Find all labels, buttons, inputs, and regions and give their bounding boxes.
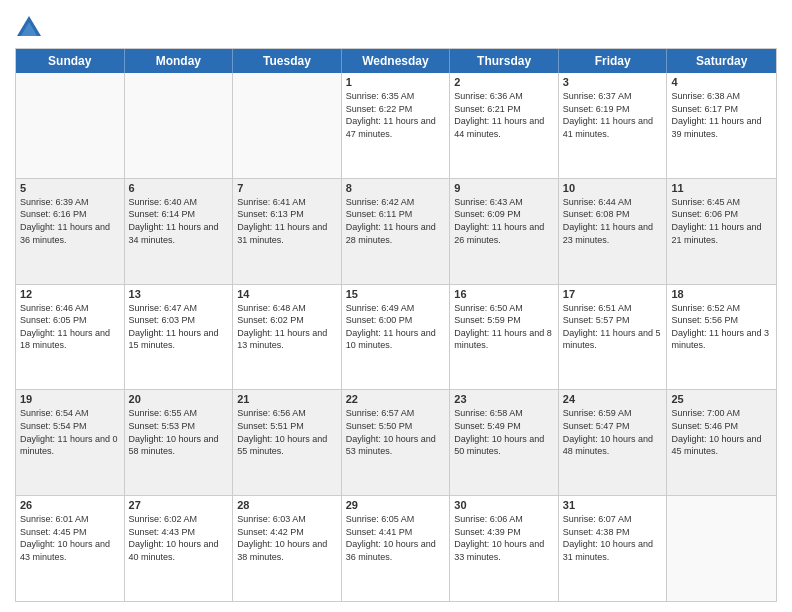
cell-info: Sunrise: 6:45 AM Sunset: 6:06 PM Dayligh… bbox=[671, 196, 772, 246]
cell-info: Sunrise: 6:59 AM Sunset: 5:47 PM Dayligh… bbox=[563, 407, 663, 457]
calendar-body: 1Sunrise: 6:35 AM Sunset: 6:22 PM Daylig… bbox=[16, 73, 776, 601]
cell-info: Sunrise: 6:52 AM Sunset: 5:56 PM Dayligh… bbox=[671, 302, 772, 352]
calendar-cell: 19Sunrise: 6:54 AM Sunset: 5:54 PM Dayli… bbox=[16, 390, 125, 495]
cell-info: Sunrise: 6:38 AM Sunset: 6:17 PM Dayligh… bbox=[671, 90, 772, 140]
calendar-cell: 2Sunrise: 6:36 AM Sunset: 6:21 PM Daylig… bbox=[450, 73, 559, 178]
calendar-cell: 31Sunrise: 6:07 AM Sunset: 4:38 PM Dayli… bbox=[559, 496, 668, 601]
calendar-cell: 8Sunrise: 6:42 AM Sunset: 6:11 PM Daylig… bbox=[342, 179, 451, 284]
day-number: 19 bbox=[20, 393, 120, 405]
cell-info: Sunrise: 6:55 AM Sunset: 5:53 PM Dayligh… bbox=[129, 407, 229, 457]
cell-info: Sunrise: 6:47 AM Sunset: 6:03 PM Dayligh… bbox=[129, 302, 229, 352]
day-number: 31 bbox=[563, 499, 663, 511]
calendar-cell: 29Sunrise: 6:05 AM Sunset: 4:41 PM Dayli… bbox=[342, 496, 451, 601]
cell-info: Sunrise: 6:07 AM Sunset: 4:38 PM Dayligh… bbox=[563, 513, 663, 563]
cell-info: Sunrise: 6:37 AM Sunset: 6:19 PM Dayligh… bbox=[563, 90, 663, 140]
calendar-cell bbox=[233, 73, 342, 178]
cell-info: Sunrise: 6:57 AM Sunset: 5:50 PM Dayligh… bbox=[346, 407, 446, 457]
calendar-cell: 30Sunrise: 6:06 AM Sunset: 4:39 PM Dayli… bbox=[450, 496, 559, 601]
cell-info: Sunrise: 6:54 AM Sunset: 5:54 PM Dayligh… bbox=[20, 407, 120, 457]
calendar-row-2: 12Sunrise: 6:46 AM Sunset: 6:05 PM Dayli… bbox=[16, 284, 776, 390]
cell-info: Sunrise: 6:50 AM Sunset: 5:59 PM Dayligh… bbox=[454, 302, 554, 352]
logo bbox=[15, 14, 46, 42]
cell-info: Sunrise: 6:05 AM Sunset: 4:41 PM Dayligh… bbox=[346, 513, 446, 563]
day-number: 15 bbox=[346, 288, 446, 300]
day-number: 14 bbox=[237, 288, 337, 300]
cell-info: Sunrise: 6:40 AM Sunset: 6:14 PM Dayligh… bbox=[129, 196, 229, 246]
header-day-tuesday: Tuesday bbox=[233, 49, 342, 73]
day-number: 17 bbox=[563, 288, 663, 300]
calendar-cell: 27Sunrise: 6:02 AM Sunset: 4:43 PM Dayli… bbox=[125, 496, 234, 601]
day-number: 30 bbox=[454, 499, 554, 511]
calendar-cell bbox=[16, 73, 125, 178]
calendar-cell: 4Sunrise: 6:38 AM Sunset: 6:17 PM Daylig… bbox=[667, 73, 776, 178]
day-number: 12 bbox=[20, 288, 120, 300]
cell-info: Sunrise: 6:06 AM Sunset: 4:39 PM Dayligh… bbox=[454, 513, 554, 563]
calendar-cell: 26Sunrise: 6:01 AM Sunset: 4:45 PM Dayli… bbox=[16, 496, 125, 601]
header-day-thursday: Thursday bbox=[450, 49, 559, 73]
calendar-cell: 13Sunrise: 6:47 AM Sunset: 6:03 PM Dayli… bbox=[125, 285, 234, 390]
day-number: 10 bbox=[563, 182, 663, 194]
day-number: 26 bbox=[20, 499, 120, 511]
calendar-row-0: 1Sunrise: 6:35 AM Sunset: 6:22 PM Daylig… bbox=[16, 73, 776, 178]
day-number: 11 bbox=[671, 182, 772, 194]
day-number: 22 bbox=[346, 393, 446, 405]
header-day-sunday: Sunday bbox=[16, 49, 125, 73]
day-number: 20 bbox=[129, 393, 229, 405]
cell-info: Sunrise: 6:48 AM Sunset: 6:02 PM Dayligh… bbox=[237, 302, 337, 352]
day-number: 8 bbox=[346, 182, 446, 194]
logo-icon bbox=[15, 14, 43, 42]
day-number: 23 bbox=[454, 393, 554, 405]
calendar-header: SundayMondayTuesdayWednesdayThursdayFrid… bbox=[16, 49, 776, 73]
calendar-cell bbox=[125, 73, 234, 178]
day-number: 9 bbox=[454, 182, 554, 194]
day-number: 16 bbox=[454, 288, 554, 300]
header-day-friday: Friday bbox=[559, 49, 668, 73]
page: SundayMondayTuesdayWednesdayThursdayFrid… bbox=[0, 0, 792, 612]
day-number: 5 bbox=[20, 182, 120, 194]
calendar-cell: 5Sunrise: 6:39 AM Sunset: 6:16 PM Daylig… bbox=[16, 179, 125, 284]
calendar-cell: 22Sunrise: 6:57 AM Sunset: 5:50 PM Dayli… bbox=[342, 390, 451, 495]
calendar-cell: 24Sunrise: 6:59 AM Sunset: 5:47 PM Dayli… bbox=[559, 390, 668, 495]
day-number: 18 bbox=[671, 288, 772, 300]
cell-info: Sunrise: 6:42 AM Sunset: 6:11 PM Dayligh… bbox=[346, 196, 446, 246]
cell-info: Sunrise: 6:46 AM Sunset: 6:05 PM Dayligh… bbox=[20, 302, 120, 352]
day-number: 24 bbox=[563, 393, 663, 405]
calendar-cell: 14Sunrise: 6:48 AM Sunset: 6:02 PM Dayli… bbox=[233, 285, 342, 390]
calendar-cell: 25Sunrise: 7:00 AM Sunset: 5:46 PM Dayli… bbox=[667, 390, 776, 495]
calendar-cell: 21Sunrise: 6:56 AM Sunset: 5:51 PM Dayli… bbox=[233, 390, 342, 495]
cell-info: Sunrise: 6:43 AM Sunset: 6:09 PM Dayligh… bbox=[454, 196, 554, 246]
calendar-cell: 7Sunrise: 6:41 AM Sunset: 6:13 PM Daylig… bbox=[233, 179, 342, 284]
cell-info: Sunrise: 6:02 AM Sunset: 4:43 PM Dayligh… bbox=[129, 513, 229, 563]
calendar-cell: 20Sunrise: 6:55 AM Sunset: 5:53 PM Dayli… bbox=[125, 390, 234, 495]
header-day-saturday: Saturday bbox=[667, 49, 776, 73]
calendar-cell: 18Sunrise: 6:52 AM Sunset: 5:56 PM Dayli… bbox=[667, 285, 776, 390]
day-number: 2 bbox=[454, 76, 554, 88]
calendar-cell: 28Sunrise: 6:03 AM Sunset: 4:42 PM Dayli… bbox=[233, 496, 342, 601]
calendar-cell bbox=[667, 496, 776, 601]
cell-info: Sunrise: 6:36 AM Sunset: 6:21 PM Dayligh… bbox=[454, 90, 554, 140]
day-number: 7 bbox=[237, 182, 337, 194]
calendar-cell: 6Sunrise: 6:40 AM Sunset: 6:14 PM Daylig… bbox=[125, 179, 234, 284]
cell-info: Sunrise: 6:41 AM Sunset: 6:13 PM Dayligh… bbox=[237, 196, 337, 246]
calendar-cell: 12Sunrise: 6:46 AM Sunset: 6:05 PM Dayli… bbox=[16, 285, 125, 390]
header bbox=[15, 10, 777, 42]
cell-info: Sunrise: 6:03 AM Sunset: 4:42 PM Dayligh… bbox=[237, 513, 337, 563]
day-number: 6 bbox=[129, 182, 229, 194]
calendar-cell: 3Sunrise: 6:37 AM Sunset: 6:19 PM Daylig… bbox=[559, 73, 668, 178]
cell-info: Sunrise: 6:49 AM Sunset: 6:00 PM Dayligh… bbox=[346, 302, 446, 352]
day-number: 27 bbox=[129, 499, 229, 511]
calendar-cell: 15Sunrise: 6:49 AM Sunset: 6:00 PM Dayli… bbox=[342, 285, 451, 390]
calendar-row-3: 19Sunrise: 6:54 AM Sunset: 5:54 PM Dayli… bbox=[16, 389, 776, 495]
calendar-cell: 11Sunrise: 6:45 AM Sunset: 6:06 PM Dayli… bbox=[667, 179, 776, 284]
cell-info: Sunrise: 6:56 AM Sunset: 5:51 PM Dayligh… bbox=[237, 407, 337, 457]
cell-info: Sunrise: 6:01 AM Sunset: 4:45 PM Dayligh… bbox=[20, 513, 120, 563]
cell-info: Sunrise: 6:35 AM Sunset: 6:22 PM Dayligh… bbox=[346, 90, 446, 140]
day-number: 13 bbox=[129, 288, 229, 300]
calendar-row-4: 26Sunrise: 6:01 AM Sunset: 4:45 PM Dayli… bbox=[16, 495, 776, 601]
header-day-monday: Monday bbox=[125, 49, 234, 73]
cell-info: Sunrise: 6:58 AM Sunset: 5:49 PM Dayligh… bbox=[454, 407, 554, 457]
calendar-cell: 17Sunrise: 6:51 AM Sunset: 5:57 PM Dayli… bbox=[559, 285, 668, 390]
calendar-cell: 9Sunrise: 6:43 AM Sunset: 6:09 PM Daylig… bbox=[450, 179, 559, 284]
calendar-cell: 1Sunrise: 6:35 AM Sunset: 6:22 PM Daylig… bbox=[342, 73, 451, 178]
day-number: 1 bbox=[346, 76, 446, 88]
